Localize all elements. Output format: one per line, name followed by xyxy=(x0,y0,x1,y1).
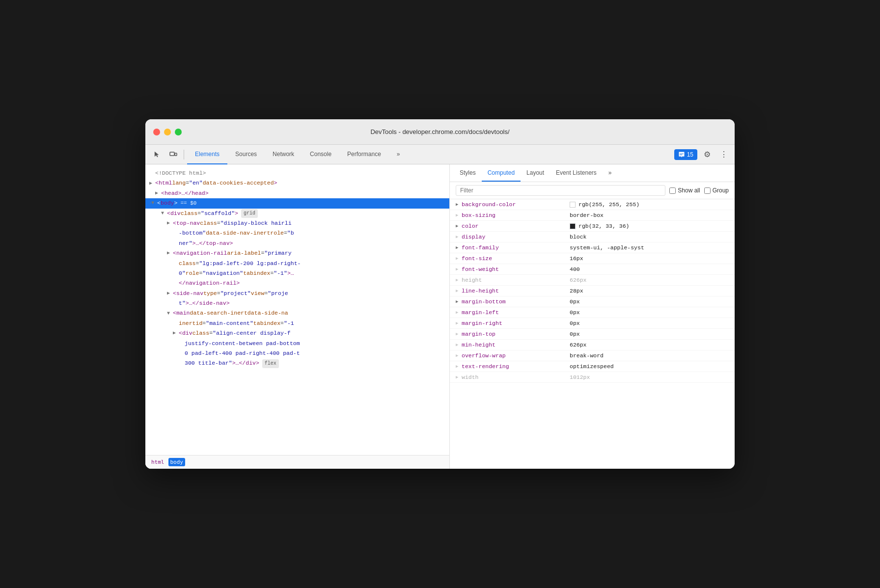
prop-expand-arrow xyxy=(456,288,462,294)
expand-arrow[interactable] xyxy=(161,210,167,217)
prop-name: min-height xyxy=(462,342,570,348)
show-all-label[interactable]: Show all xyxy=(669,187,700,194)
title-bar: DevTools - developer.chrome.com/docs/dev… xyxy=(145,119,735,145)
prop-value: 1012px xyxy=(570,374,729,380)
prop-value: 28px xyxy=(570,288,729,294)
dom-tree[interactable]: <!DOCTYPE html> < html lang = "en" data-… xyxy=(145,164,449,455)
dom-side-nav-1[interactable]: < side-nav type = "project" view = "proj… xyxy=(145,289,449,298)
dom-body[interactable]: < body > == $0 xyxy=(145,198,449,208)
dom-nav-rail-2[interactable]: class = "lg:pad-left-200 lg:pad-right- xyxy=(145,259,449,268)
tab-network[interactable]: Network xyxy=(265,145,302,164)
prop-name: font-family xyxy=(462,244,570,251)
breadcrumb-html[interactable]: html xyxy=(149,458,166,466)
prop-value-text: 0px xyxy=(570,331,580,337)
prop-expand-arrow[interactable] xyxy=(456,299,462,304)
prop-expand-arrow[interactable] xyxy=(456,202,462,207)
dom-top-nav-2[interactable]: -bottom" data-side-nav-inert role = "b xyxy=(145,228,449,238)
dom-side-nav-2[interactable]: t" >…</ side-nav > xyxy=(145,298,449,308)
computed-item: font-weight400 xyxy=(450,264,735,275)
tab-more-styles[interactable]: » xyxy=(603,164,618,182)
expand-arrow[interactable] xyxy=(167,219,173,227)
close-button[interactable] xyxy=(153,129,160,135)
tab-elements[interactable]: Elements xyxy=(187,145,227,164)
computed-item: margin-left0px xyxy=(450,307,735,318)
color-swatch[interactable] xyxy=(570,202,576,208)
tab-layout[interactable]: Layout xyxy=(521,164,550,182)
prop-value-text: 626px xyxy=(570,277,587,283)
prop-value: 0px xyxy=(570,320,729,326)
expand-arrow[interactable] xyxy=(167,249,173,257)
maximize-button[interactable] xyxy=(175,129,182,135)
dom-nav-rail-4[interactable]: </ navigation-rail > xyxy=(145,278,449,288)
tab-performance[interactable]: Performance xyxy=(339,145,389,164)
cursor-icon-button[interactable] xyxy=(149,148,164,161)
prop-value: 0px xyxy=(570,331,729,337)
settings-button[interactable]: ⚙ xyxy=(700,148,714,161)
prop-value-text: 0px xyxy=(570,298,580,305)
prop-value-text: optimizespeed xyxy=(570,363,614,370)
minimize-button[interactable] xyxy=(164,129,171,135)
prop-expand-arrow xyxy=(456,256,462,261)
device-toolbar-button[interactable] xyxy=(166,148,181,161)
prop-value-text: 400 xyxy=(570,266,580,272)
dom-top-nav-1[interactable]: < top-nav class = "display-block hairli xyxy=(145,218,449,228)
filter-input[interactable] xyxy=(456,185,665,196)
prop-name: line-height xyxy=(462,288,570,294)
computed-item: margin-right0px xyxy=(450,318,735,329)
expand-arrow[interactable] xyxy=(173,329,179,337)
tab-computed[interactable]: Computed xyxy=(482,164,521,182)
dom-doctype[interactable]: <!DOCTYPE html> xyxy=(145,168,449,178)
prop-value-text: rgb(32, 33, 36) xyxy=(578,223,630,229)
tab-sources[interactable]: Sources xyxy=(227,145,265,164)
dom-div-inner-1[interactable]: < div class = "align-center display-f xyxy=(145,328,449,338)
dom-div-inner-4[interactable]: 300 title-bar" >…</ div > flex xyxy=(145,358,449,368)
dom-head[interactable]: < head >…</ head > xyxy=(145,188,449,198)
tab-console[interactable]: Console xyxy=(302,145,339,164)
tab-styles[interactable]: Styles xyxy=(454,164,482,182)
computed-panel: Styles Computed Layout Event Listeners » xyxy=(450,164,735,469)
prop-name: margin-left xyxy=(462,309,570,316)
computed-item: width1012px xyxy=(450,372,735,383)
prop-expand-arrow[interactable] xyxy=(456,223,462,229)
more-button[interactable]: ⋮ xyxy=(717,148,731,161)
group-checkbox[interactable] xyxy=(704,187,711,194)
dom-div-inner-2[interactable]: justify-content-between pad-bottom xyxy=(145,339,449,348)
dom-scaffold[interactable]: < div class = "scaffold" > grid xyxy=(145,209,449,218)
tab-more[interactable]: » xyxy=(389,145,408,164)
devtools-window: DevTools - developer.chrome.com/docs/dev… xyxy=(145,119,735,469)
show-all-checkbox[interactable] xyxy=(669,187,676,194)
html-tag: < xyxy=(155,179,159,187)
expand-arrow[interactable] xyxy=(151,199,157,207)
computed-item: margin-bottom0px xyxy=(450,296,735,307)
prop-value-text: break-word xyxy=(570,352,604,359)
elements-panel: <!DOCTYPE html> < html lang = "en" data-… xyxy=(145,164,450,469)
dom-div-inner-3[interactable]: 0 pad-left-400 pad-right-400 pad-t xyxy=(145,348,449,358)
prop-expand-arrow[interactable] xyxy=(456,245,462,250)
prop-name: color xyxy=(462,223,570,229)
dom-nav-rail-3[interactable]: 0" role = "navigation" tabindex = "-1" >… xyxy=(145,268,449,278)
color-swatch[interactable] xyxy=(570,223,576,229)
computed-item: height626px xyxy=(450,275,735,286)
expand-arrow[interactable] xyxy=(167,310,173,318)
computed-item: box-sizingborder-box xyxy=(450,210,735,221)
prop-name: font-size xyxy=(462,255,570,262)
expand-arrow[interactable] xyxy=(167,290,173,297)
breadcrumb-body[interactable]: body xyxy=(168,458,186,466)
devtools-toolbar: Elements Sources Network Console Perform… xyxy=(145,145,735,164)
prop-value-text: 1012px xyxy=(570,374,590,380)
expand-arrow[interactable] xyxy=(155,189,161,197)
expand-arrow[interactable] xyxy=(149,180,155,187)
tab-event-listeners[interactable]: Event Listeners xyxy=(550,164,603,182)
dom-top-nav-3[interactable]: ner" >…</ top-nav > xyxy=(145,239,449,248)
computed-item: font-familysystem-ui, -apple-syst xyxy=(450,242,735,253)
dom-main-1[interactable]: < main data-search-inert data-side-na xyxy=(145,308,449,318)
prop-value-text: block xyxy=(570,234,587,240)
prop-value-text: border-box xyxy=(570,212,604,218)
notification-button[interactable]: 15 xyxy=(674,149,697,160)
dom-nav-rail-1[interactable]: < navigation-rail aria-label = "primary xyxy=(145,248,449,258)
dom-html[interactable]: < html lang = "en" data-cookies-accepted… xyxy=(145,178,449,188)
computed-item: line-height28px xyxy=(450,286,735,296)
prop-expand-arrow xyxy=(456,310,462,315)
dom-main-2[interactable]: inert id = "main-content" tabindex = "-1 xyxy=(145,319,449,328)
group-label[interactable]: Group xyxy=(704,187,729,194)
